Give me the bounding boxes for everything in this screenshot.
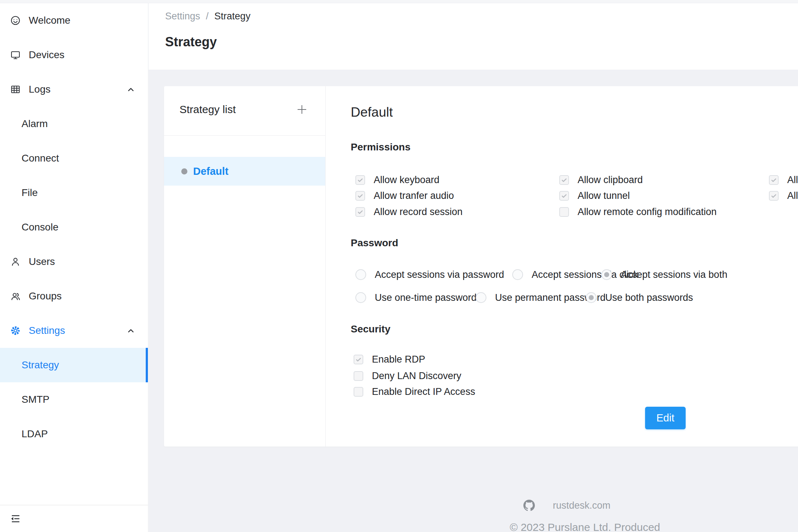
sidebar-item-file[interactable]: File <box>0 176 148 210</box>
sidebar-item-label: SMTP <box>22 394 50 405</box>
checkbox-enable-direct-ip-access[interactable]: Enable Direct IP Access <box>354 384 475 400</box>
checkbox-allow-truncated-2[interactable]: All <box>769 188 798 204</box>
password-heading: Password <box>351 237 398 249</box>
checkbox-label: Allow keyboard <box>374 174 439 186</box>
sidebar-item-console[interactable]: Console <box>0 210 148 244</box>
radio-accept-sessions-via-password[interactable]: Accept sessions via password <box>355 267 504 283</box>
sidebar-item-ldap[interactable]: LDAP <box>0 417 148 451</box>
checkbox-checked-icon <box>769 175 779 185</box>
github-icon[interactable] <box>523 500 535 511</box>
checkbox-label: Allow remote config modification <box>578 206 717 218</box>
gear-icon <box>10 325 21 336</box>
sidebar-item-strategy[interactable]: Strategy <box>0 348 148 382</box>
breadcrumb-current: Strategy <box>214 11 251 22</box>
copyright-text: © 2023 Purslane Ltd. Produced <box>510 521 660 532</box>
security-heading: Security <box>351 323 391 335</box>
top-strip <box>0 0 798 3</box>
checkbox-label: Allow tranfer audio <box>374 190 454 201</box>
checkbox-enable-rdp[interactable]: Enable RDP <box>354 351 425 367</box>
page-header: Settings / Strategy Strategy <box>149 3 798 70</box>
checkbox-label: All <box>787 190 798 201</box>
breadcrumb-separator: / <box>206 11 209 22</box>
sidebar-item-logs[interactable]: Logs <box>0 72 148 107</box>
sidebar-item-devices[interactable]: Devices <box>0 38 148 72</box>
sidebar-item-users[interactable]: Users <box>0 244 148 279</box>
sidebar-item-label: Alarm <box>22 118 48 130</box>
checkbox-checked-icon <box>354 355 363 364</box>
radio-unselected-icon <box>355 269 366 280</box>
chevron-up-icon[interactable] <box>126 326 136 336</box>
checkbox-checked-icon <box>355 207 365 217</box>
radio-selected-icon <box>586 292 597 303</box>
user-icon <box>10 256 21 267</box>
breadcrumb-settings-link[interactable]: Settings <box>165 11 200 22</box>
checkbox-deny-lan-discovery[interactable]: Deny LAN Discovery <box>354 368 461 384</box>
radio-label: Accept sessions via both <box>621 269 727 280</box>
checkbox-unchecked-icon <box>354 387 363 397</box>
sidebar-item-settings[interactable]: Settings <box>0 313 148 348</box>
rustdesk-link[interactable]: rustdesk.com <box>553 500 611 511</box>
checkbox-allow-tunnel[interactable]: Allow tunnel <box>559 188 630 204</box>
radio-label: Accept sessions via password <box>375 269 504 280</box>
checkbox-checked-icon <box>769 191 779 201</box>
sidebar-item-label: Groups <box>29 290 62 302</box>
checkbox-checked-icon <box>355 175 365 185</box>
sidebar-divider <box>0 505 148 505</box>
edit-button[interactable]: Edit <box>645 407 686 429</box>
sidebar-item-groups[interactable]: Groups <box>0 279 148 313</box>
strategy-detail-title: Default <box>351 105 393 120</box>
rustdesk-admin-page: Welcome Devices Logs <box>0 0 798 532</box>
checkbox-label: Allow tunnel <box>578 190 630 201</box>
checkbox-checked-icon <box>559 191 569 201</box>
sidebar-item-label: LDAP <box>22 428 48 440</box>
sidebar-item-label: Devices <box>29 49 65 61</box>
footer-link-row: rustdesk.com <box>523 500 611 511</box>
radio-unselected-icon <box>355 292 366 303</box>
radio-unselected-icon <box>476 292 486 303</box>
permissions-heading: Permissions <box>351 141 411 153</box>
checkbox-allow-tranfer-audio[interactable]: Allow tranfer audio <box>355 188 454 204</box>
checkbox-allow-record-session[interactable]: Allow record session <box>355 204 463 220</box>
breadcrumb: Settings / Strategy <box>165 11 251 22</box>
sidebar: Welcome Devices Logs <box>0 0 148 532</box>
checkbox-label: All <box>787 174 798 186</box>
radio-label: Use one-time password <box>375 292 477 303</box>
monitor-icon <box>10 50 21 60</box>
sidebar-item-label: Strategy <box>22 359 59 371</box>
checkbox-unchecked-icon <box>559 207 569 217</box>
chevron-up-icon[interactable] <box>126 85 136 94</box>
radio-use-one-time-password[interactable]: Use one-time password <box>355 290 477 305</box>
sidebar-item-label: Console <box>22 221 59 233</box>
strategy-detail-panel: Default Permissions Allow keyboard Allow… <box>164 86 798 447</box>
checkbox-checked-icon <box>355 191 365 201</box>
checkbox-allow-clipboard[interactable]: Allow clipboard <box>559 172 643 188</box>
sidebar-item-label: Settings <box>29 325 65 336</box>
sidebar-item-label: Users <box>29 256 55 267</box>
radio-label: Use both passwords <box>605 292 693 303</box>
checkbox-label: Allow record session <box>374 206 463 218</box>
sidebar-item-alarm[interactable]: Alarm <box>0 107 148 141</box>
radio-unselected-icon <box>512 269 523 280</box>
checkbox-label: Enable Direct IP Access <box>372 386 475 397</box>
sidebar-item-label: Logs <box>29 84 51 95</box>
page-title: Strategy <box>165 34 217 50</box>
sidebar-item-smtp[interactable]: SMTP <box>0 382 148 417</box>
users-icon <box>10 291 21 302</box>
checkbox-allow-truncated-1[interactable]: All <box>769 172 798 188</box>
sidebar-item-connect[interactable]: Connect <box>0 141 148 176</box>
sidebar-item-label: Connect <box>22 153 59 164</box>
sidebar-item-welcome[interactable]: Welcome <box>0 3 148 38</box>
strategy-card: Strategy list Default Default Permission… <box>164 86 798 447</box>
table-icon <box>10 84 21 95</box>
collapse-sidebar-icon[interactable] <box>9 513 22 525</box>
checkbox-label: Enable RDP <box>372 354 425 365</box>
checkbox-label: Allow clipboard <box>578 174 643 186</box>
radio-accept-sessions-via-both[interactable]: Accept sessions via both <box>601 267 727 283</box>
radio-use-both-passwords[interactable]: Use both passwords <box>586 290 693 305</box>
checkbox-allow-keyboard[interactable]: Allow keyboard <box>355 172 439 188</box>
sidebar-item-label: File <box>22 187 38 199</box>
sidebar-nav: Welcome Devices Logs <box>0 3 148 451</box>
checkbox-allow-remote-config-modification[interactable]: Allow remote config modification <box>559 204 717 220</box>
smiley-icon <box>10 15 21 26</box>
checkbox-unchecked-icon <box>354 371 363 381</box>
